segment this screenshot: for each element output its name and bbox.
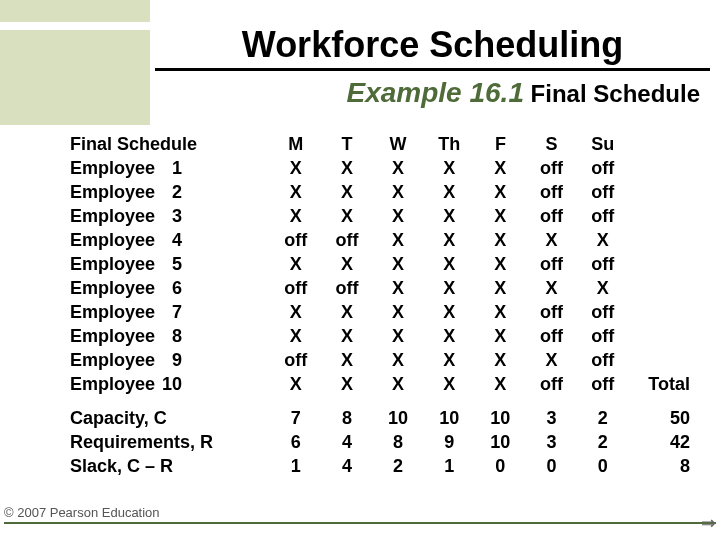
row-total: Total: [628, 372, 695, 396]
employee-label: Employee 1: [70, 156, 270, 180]
table-header-row: Final Schedule M T W Th F S Su: [70, 132, 695, 156]
header-left: Final Schedule: [70, 132, 270, 156]
row-total: [628, 156, 695, 180]
table-row: Employee 5XXXXXoffoff: [70, 252, 695, 276]
schedule-cell: X: [372, 204, 423, 228]
schedule-cell: X: [270, 300, 321, 324]
schedule-cell: X: [424, 348, 475, 372]
summary-cell: 10: [424, 406, 475, 430]
schedule-cell: off: [526, 252, 577, 276]
schedule-cell: X: [372, 300, 423, 324]
schedule-cell: off: [577, 180, 628, 204]
summary-cell: 10: [475, 406, 526, 430]
schedule-cell: X: [526, 228, 577, 252]
schedule-cell: off: [270, 228, 321, 252]
table-row: Employee 3XXXXXoffoff: [70, 204, 695, 228]
summary-cell: 1: [424, 454, 475, 478]
summary-cell: 1: [270, 454, 321, 478]
schedule-table: Final Schedule M T W Th F S Su Employee …: [70, 132, 695, 478]
table-row: Employee 8XXXXXoffoff: [70, 324, 695, 348]
col-f: F: [475, 132, 526, 156]
subtitle-emphasis: Example 16.1: [347, 77, 524, 108]
schedule-cell: off: [577, 348, 628, 372]
summary-row: Slack, C – R14210008: [70, 454, 695, 478]
summary-label: Requirements, R: [70, 430, 270, 454]
col-su: Su: [577, 132, 628, 156]
schedule-cell: off: [526, 372, 577, 396]
schedule-cell: X: [372, 348, 423, 372]
summary-cell: 4: [321, 454, 372, 478]
employee-label: Employee 2: [70, 180, 270, 204]
summary-row: Requirements, R6489103242: [70, 430, 695, 454]
schedule-cell: X: [321, 204, 372, 228]
title-area: Workforce Scheduling Example 16.1 Final …: [155, 24, 710, 109]
schedule-cell: X: [321, 372, 372, 396]
schedule-cell: X: [270, 252, 321, 276]
schedule-table-container: Final Schedule M T W Th F S Su Employee …: [70, 132, 695, 478]
schedule-cell: X: [526, 276, 577, 300]
col-s: S: [526, 132, 577, 156]
schedule-cell: X: [475, 180, 526, 204]
summary-cell: 2: [372, 454, 423, 478]
schedule-cell: off: [577, 324, 628, 348]
schedule-cell: X: [372, 372, 423, 396]
summary-cell: 8: [321, 406, 372, 430]
schedule-cell: X: [321, 252, 372, 276]
employee-label: Employee 6: [70, 276, 270, 300]
schedule-cell: X: [424, 228, 475, 252]
schedule-cell: off: [577, 252, 628, 276]
row-total: [628, 348, 695, 372]
schedule-cell: X: [270, 180, 321, 204]
schedule-cell: off: [526, 204, 577, 228]
row-total: [628, 180, 695, 204]
employee-label: Employee 7: [70, 300, 270, 324]
schedule-cell: X: [424, 324, 475, 348]
schedule-cell: X: [475, 348, 526, 372]
schedule-cell: X: [321, 324, 372, 348]
schedule-cell: X: [475, 228, 526, 252]
summary-cell: 2: [577, 430, 628, 454]
summary-cell: 2: [577, 406, 628, 430]
schedule-cell: X: [475, 300, 526, 324]
schedule-cell: X: [475, 276, 526, 300]
schedule-cell: off: [577, 204, 628, 228]
schedule-cell: X: [475, 252, 526, 276]
schedule-cell: X: [424, 180, 475, 204]
schedule-cell: X: [577, 228, 628, 252]
col-th: Th: [424, 132, 475, 156]
employee-label: Employee 5: [70, 252, 270, 276]
schedule-cell: X: [372, 180, 423, 204]
page-title: Workforce Scheduling: [155, 24, 710, 71]
schedule-cell: X: [475, 204, 526, 228]
schedule-cell: X: [475, 156, 526, 180]
subtitle-plain: Final Schedule: [524, 80, 700, 107]
schedule-cell: off: [526, 180, 577, 204]
schedule-cell: off: [577, 156, 628, 180]
col-t: T: [321, 132, 372, 156]
summary-cell: 3: [526, 406, 577, 430]
summary-cell: 10: [475, 430, 526, 454]
schedule-cell: X: [372, 252, 423, 276]
schedule-cell: X: [526, 348, 577, 372]
schedule-cell: off: [526, 156, 577, 180]
summary-cell: 6: [270, 430, 321, 454]
col-m: M: [270, 132, 321, 156]
schedule-cell: X: [475, 324, 526, 348]
summary-total: 8: [628, 454, 695, 478]
schedule-cell: X: [424, 300, 475, 324]
schedule-cell: off: [577, 300, 628, 324]
row-total: [628, 300, 695, 324]
schedule-cell: off: [321, 228, 372, 252]
schedule-cell: X: [424, 156, 475, 180]
table-row: Employee 9offXXXXXoff: [70, 348, 695, 372]
table-row: Employee 6offoffXXXXX: [70, 276, 695, 300]
summary-cell: 8: [372, 430, 423, 454]
employee-label: Employee 8: [70, 324, 270, 348]
table-row: Employee 4offoffXXXXX: [70, 228, 695, 252]
schedule-cell: off: [526, 300, 577, 324]
schedule-cell: X: [321, 180, 372, 204]
table-row: Employee 1XXXXXoffoff: [70, 156, 695, 180]
schedule-cell: X: [424, 276, 475, 300]
summary-cell: 0: [577, 454, 628, 478]
schedule-cell: X: [372, 276, 423, 300]
